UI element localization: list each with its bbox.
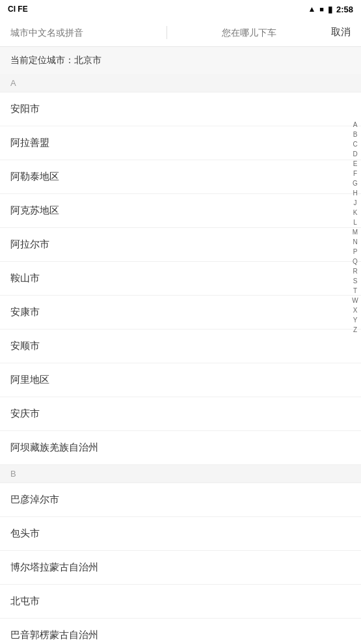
city-item[interactable]: 阿拉善盟 [0, 126, 361, 160]
search-location-input[interactable] [175, 27, 323, 38]
signal-icon: ■ [319, 5, 324, 13]
alpha-letter-A[interactable]: A [349, 120, 361, 130]
alpha-letter-B[interactable]: B [349, 130, 361, 139]
alpha-letter-M[interactable]: M [349, 227, 361, 237]
city-item[interactable]: 安康市 [0, 296, 361, 329]
status-bar: CI FE ▲ ■ ▮ 2:58 [0, 0, 361, 18]
city-item[interactable]: 安阳市 [0, 92, 361, 126]
alpha-letter-P[interactable]: P [349, 247, 361, 257]
alpha-letter-L[interactable]: L [349, 217, 361, 227]
battery-icon: ▮ [328, 5, 332, 14]
current-city-label: 当前定位城市：北京市 [10, 55, 101, 65]
city-item[interactable]: 阿里地区 [0, 363, 361, 397]
alpha-letter-T[interactable]: T [349, 286, 361, 296]
city-item[interactable]: 包头市 [0, 517, 361, 551]
city-item[interactable]: 巴彦淖尔市 [0, 483, 361, 517]
city-item[interactable]: 阿拉尔市 [0, 228, 361, 262]
city-item[interactable]: 巴音郭楞蒙古自治州 [0, 619, 361, 643]
city-item[interactable]: 阿克苏地区 [0, 194, 361, 228]
city-item[interactable]: 鞍山市 [0, 262, 361, 296]
alpha-letter-Z[interactable]: Z [349, 325, 361, 335]
alpha-letter-K[interactable]: K [349, 208, 361, 217]
city-item[interactable]: 博尔塔拉蒙古自治州 [0, 551, 361, 585]
alpha-letter-S[interactable]: S [349, 276, 361, 286]
alpha-letter-W[interactable]: W [349, 296, 361, 305]
alpha-letter-J[interactable]: J [349, 198, 361, 208]
alpha-letter-Q[interactable]: Q [349, 257, 361, 266]
alpha-letter-F[interactable]: F [349, 169, 361, 178]
wifi-icon: ▲ [308, 5, 315, 14]
search-city-input[interactable] [10, 27, 159, 38]
status-bar-left: CI FE [8, 5, 28, 14]
nav-bar: 取消 [0, 18, 361, 47]
section-header-A: A [0, 74, 361, 92]
nav-divider [167, 26, 167, 39]
city-item[interactable]: 安顺市 [0, 329, 361, 363]
alpha-letter-C[interactable]: C [349, 139, 361, 149]
status-app-text: CI FE [8, 5, 28, 14]
city-item[interactable]: 阿坝藏族羌族自治州 [0, 431, 361, 465]
alpha-letter-X[interactable]: X [349, 305, 361, 315]
alpha-letter-G[interactable]: G [349, 178, 361, 188]
city-item[interactable]: 阿勒泰地区 [0, 160, 361, 194]
status-bar-right: ▲ ■ ▮ 2:58 [308, 5, 353, 14]
alpha-letter-E[interactable]: E [349, 159, 361, 169]
status-time: 2:58 [336, 5, 353, 14]
city-list[interactable]: A安阳市阿拉善盟阿勒泰地区阿克苏地区阿拉尔市鞍山市安康市安顺市阿里地区安庆市阿坝… [0, 74, 361, 643]
cancel-button[interactable]: 取消 [331, 26, 351, 38]
city-item[interactable]: 北屯市 [0, 585, 361, 619]
alpha-letter-D[interactable]: D [349, 149, 361, 159]
city-item[interactable]: 安庆市 [0, 397, 361, 431]
alpha-letter-H[interactable]: H [349, 188, 361, 198]
alphabet-index[interactable]: ABCDEFGHJKLMNPQRSTWXYZ [349, 117, 361, 337]
section-header-B: B [0, 465, 361, 483]
alpha-letter-Y[interactable]: Y [349, 315, 361, 325]
alpha-letter-N[interactable]: N [349, 237, 361, 247]
current-city-bar: 当前定位城市：北京市 [0, 47, 361, 74]
alpha-letter-R[interactable]: R [349, 266, 361, 276]
